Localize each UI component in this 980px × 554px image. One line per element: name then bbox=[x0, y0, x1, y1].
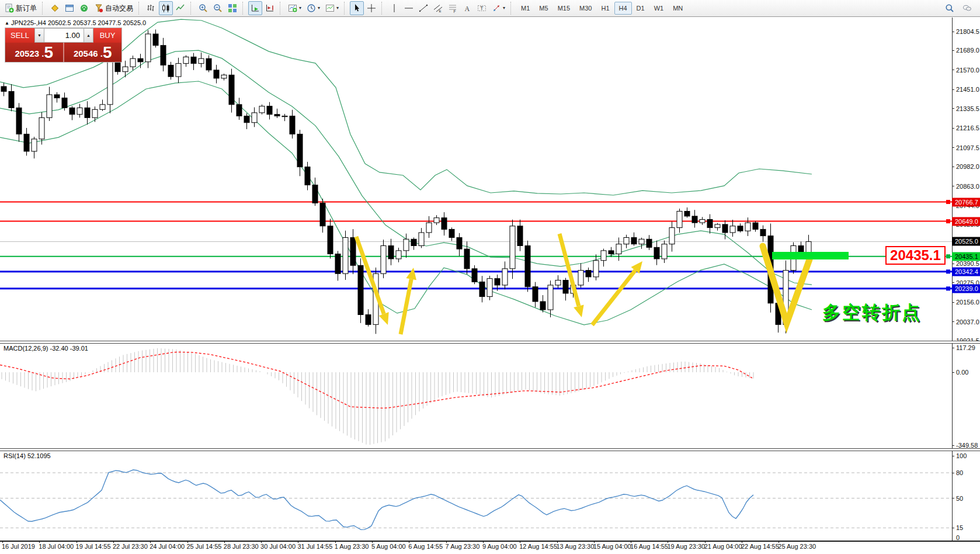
bollinger-bands bbox=[0, 19, 812, 325]
main-toolbar: 新订单 自动交易 ▾ ▾ ▾ E F A T ▾ bbox=[0, 0, 980, 17]
navigator-button[interactable] bbox=[77, 1, 91, 15]
chat-button[interactable] bbox=[960, 1, 974, 15]
buy-price-display[interactable]: 20546 .5 bbox=[64, 43, 122, 62]
new-order-label: 新订单 bbox=[16, 4, 37, 13]
sell-button[interactable]: SELL bbox=[5, 28, 34, 43]
templates-button[interactable]: ▾ bbox=[323, 1, 341, 15]
one-click-trading-panel: SELL ▼ ▲ BUY 20523 .5 20546 .5 bbox=[5, 27, 122, 63]
rsi-label: RSI(14) 52.1095 bbox=[4, 452, 51, 459]
mt4-window: 新订单 自动交易 ▾ ▾ ▾ E F A T ▾ bbox=[0, 0, 980, 554]
collapse-triangle-icon[interactable]: ▲ bbox=[5, 20, 9, 26]
text-label-tool-button[interactable]: T bbox=[475, 1, 489, 15]
price-badge-20525.0: 20525.0 bbox=[952, 237, 980, 246]
time-tick-label: 22 Aug 14:55 bbox=[741, 543, 779, 550]
timeframe-h4-button[interactable]: H4 bbox=[614, 2, 632, 15]
time-tick-label: 25 Jul 14:55 bbox=[187, 543, 222, 550]
macd-panel-divider[interactable] bbox=[0, 341, 980, 344]
tile-windows-button[interactable] bbox=[225, 1, 239, 15]
horizontal-line-tool-button[interactable] bbox=[402, 1, 416, 15]
zoom-out-icon bbox=[213, 4, 223, 13]
indicators-button[interactable]: ▾ bbox=[286, 1, 304, 15]
dropdown-caret-icon: ▾ bbox=[503, 6, 505, 11]
crosshair-tool-button[interactable] bbox=[364, 1, 378, 15]
line-chart-button[interactable] bbox=[173, 1, 187, 15]
dropdown-caret-icon: ▾ bbox=[299, 6, 301, 11]
fibonacci-tool-button[interactable]: F bbox=[446, 1, 460, 15]
support-highlight-bar[interactable] bbox=[772, 252, 849, 259]
price-tick-label: 21570.0 bbox=[956, 67, 979, 74]
indicator-tick-label: 80 bbox=[956, 469, 963, 476]
zoom-out-button[interactable] bbox=[211, 1, 225, 15]
chart-canvas[interactable] bbox=[0, 0, 980, 554]
indicator-tick-label: 0.00 bbox=[956, 369, 968, 376]
volume-decrease-button[interactable]: ▼ bbox=[34, 28, 44, 43]
time-tick-label: 22 Jul 23:30 bbox=[113, 543, 148, 550]
price-tick-label: 21097.5 bbox=[956, 144, 979, 151]
toolbar-separator bbox=[42, 2, 45, 15]
time-tick-mark bbox=[520, 541, 520, 543]
auto-scroll-button[interactable] bbox=[248, 1, 262, 15]
navigator-icon bbox=[79, 4, 89, 13]
zoom-in-button[interactable] bbox=[196, 1, 210, 15]
time-tick-label: 19 Aug 23:30 bbox=[667, 543, 705, 550]
time-tick-mark bbox=[705, 541, 706, 543]
data-window-button[interactable] bbox=[62, 1, 77, 15]
price-tick-label: 21216.5 bbox=[956, 124, 979, 131]
symbols-icon bbox=[50, 4, 60, 13]
rsi-panel-divider[interactable] bbox=[0, 448, 980, 451]
arrows-tool-button[interactable]: ▾ bbox=[489, 1, 508, 15]
indicators-icon bbox=[288, 4, 297, 13]
rsi-indicator bbox=[0, 470, 753, 529]
zoom-in-icon bbox=[199, 4, 208, 13]
candle-chart-button[interactable] bbox=[159, 1, 173, 15]
volume-input[interactable] bbox=[44, 28, 84, 43]
sell-price-display[interactable]: 20523 .5 bbox=[5, 43, 64, 62]
auto-trading-button[interactable]: 自动交易 bbox=[92, 1, 135, 15]
macd-indicator bbox=[0, 348, 753, 445]
sell-price-pips: 5 bbox=[44, 44, 53, 61]
turning-point-annotation[interactable]: 多空转折点 bbox=[822, 300, 922, 325]
cursor-tool-button[interactable] bbox=[350, 1, 364, 15]
search-button[interactable] bbox=[943, 1, 957, 15]
price-level-callout[interactable]: 20435.1 bbox=[885, 246, 946, 265]
time-tick-mark bbox=[594, 541, 595, 543]
svg-text:A: A bbox=[465, 5, 470, 13]
timeframe-w1-button[interactable]: W1 bbox=[649, 2, 669, 15]
time-tick-label: 21 Aug 04:00 bbox=[704, 543, 742, 550]
symbols-button[interactable] bbox=[48, 1, 62, 15]
time-tick-mark bbox=[224, 541, 225, 543]
timeframe-d1-button[interactable]: D1 bbox=[632, 2, 649, 15]
horizontal-line-icon bbox=[404, 4, 413, 13]
timeframe-h1-button[interactable]: H1 bbox=[596, 2, 614, 15]
time-tick-mark bbox=[298, 541, 298, 543]
vertical-line-tool-button[interactable] bbox=[387, 1, 401, 15]
timeframe-mn-button[interactable]: MN bbox=[668, 2, 687, 15]
timeframe-m15-button[interactable]: M15 bbox=[553, 2, 575, 15]
vertical-line-icon bbox=[390, 4, 399, 13]
price-tick-label: 21804.5 bbox=[956, 28, 979, 35]
text-tool-button[interactable]: A bbox=[460, 1, 474, 15]
channel-tool-button[interactable]: E bbox=[431, 1, 445, 15]
drawing-objects[interactable] bbox=[356, 234, 849, 334]
bar-chart-button[interactable] bbox=[144, 1, 158, 15]
buy-button[interactable]: BUY bbox=[93, 28, 121, 43]
time-tick-label: 6 Aug 14:55 bbox=[408, 543, 443, 550]
time-tick-label: 28 Jul 23:30 bbox=[224, 543, 259, 550]
trendline-tool-button[interactable] bbox=[416, 1, 430, 15]
price-tick-label: 21451.0 bbox=[956, 86, 979, 93]
chat-icon bbox=[962, 4, 972, 13]
volume-increase-button[interactable]: ▲ bbox=[84, 28, 93, 43]
new-order-button[interactable]: 新订单 bbox=[2, 1, 39, 15]
timeframe-m1-button[interactable]: M1 bbox=[516, 2, 534, 15]
timeframe-m30-button[interactable]: M30 bbox=[575, 2, 596, 15]
time-tick-label: 25 Aug 23:30 bbox=[778, 543, 816, 550]
periods-button[interactable]: ▾ bbox=[304, 1, 322, 15]
toolbar-separator bbox=[138, 2, 141, 15]
price-badge-20766.7: 20766.7 bbox=[952, 198, 980, 206]
time-tick-mark bbox=[335, 541, 336, 543]
price-tick-label: 21335.5 bbox=[956, 105, 979, 112]
dropdown-caret-icon: ▾ bbox=[336, 6, 339, 11]
timeframe-m5-button[interactable]: M5 bbox=[534, 2, 552, 15]
chart-shift-button[interactable] bbox=[263, 1, 277, 15]
buy-price-pips: 5 bbox=[103, 44, 112, 61]
